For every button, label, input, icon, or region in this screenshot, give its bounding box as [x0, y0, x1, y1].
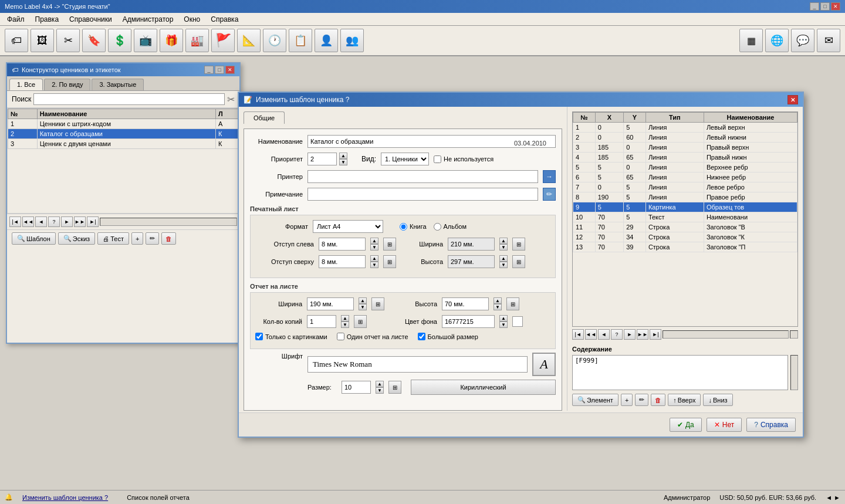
height-down[interactable]: ▼	[499, 262, 508, 268]
table-row[interactable]: 2 0 60 Линия Левый нижни	[573, 133, 797, 143]
width-input[interactable]	[448, 238, 495, 251]
left-margin-grid[interactable]: ⊞	[383, 238, 396, 251]
cyrillic-button[interactable]: Кириллический	[411, 380, 556, 395]
menu-window[interactable]: Окно	[179, 14, 205, 25]
add-button[interactable]: +	[131, 232, 143, 245]
status-left-link[interactable]: Изменить шаблон ценника ?	[22, 494, 108, 501]
rw-up[interactable]: ▲	[359, 297, 367, 304]
table-button[interactable]: 📋	[289, 29, 312, 52]
format-select[interactable]: Лист А4	[313, 220, 383, 233]
width-grid[interactable]: ⊞	[512, 238, 525, 251]
height-grid[interactable]: ⊞	[512, 255, 525, 268]
scissors-icon[interactable]: ✂	[227, 94, 235, 105]
tv-button[interactable]: 📺	[134, 29, 157, 52]
edit-button2[interactable]: ✏	[146, 232, 159, 245]
test-button[interactable]: 🖨 Тест	[97, 232, 129, 245]
list-item[interactable]: 3 Ценник с двумя ценами К	[8, 139, 239, 149]
tab-by-type[interactable]: 2. По виду	[44, 79, 90, 90]
printer-input[interactable]	[307, 170, 538, 183]
rnav-next[interactable]: ►	[624, 329, 636, 340]
table-row[interactable]: 4 185 65 Линия Правый нижн	[573, 153, 797, 163]
arrows-icon[interactable]: ◄ ►	[826, 494, 840, 501]
right-scrollbar-v[interactable]	[790, 330, 798, 339]
font-selector-button[interactable]: A	[532, 353, 556, 376]
nav-last[interactable]: ►|	[87, 217, 99, 227]
nav-next-page[interactable]: ►►	[74, 217, 86, 227]
one-report-checkbox[interactable]	[337, 333, 344, 340]
table-row[interactable]: 10 70 5 Текст Наименовани	[573, 212, 797, 222]
book-radio[interactable]	[400, 223, 407, 231]
edit-button[interactable]: ✂	[56, 29, 80, 52]
clock-button[interactable]: 🕐	[263, 29, 286, 52]
close-button[interactable]: ✕	[831, 2, 840, 11]
view-select[interactable]: 1. Ценники	[381, 153, 429, 165]
ruler-button[interactable]: 📐	[237, 29, 261, 52]
rnav-next-page[interactable]: ►►	[637, 329, 648, 340]
gift-button[interactable]: 🎁	[160, 29, 183, 52]
nav-prev[interactable]: ◄	[35, 217, 47, 227]
left-panel-close[interactable]: ✕	[225, 66, 235, 74]
help-button[interactable]: ? Справка	[746, 418, 796, 432]
down-button[interactable]: ↓ Вниз	[703, 394, 732, 406]
person-button[interactable]: 👤	[315, 29, 338, 52]
table-row[interactable]: 13 70 39 Строка Заголовок "П	[573, 242, 797, 252]
top-margin-up[interactable]: ▲	[370, 255, 378, 262]
rnav-last[interactable]: ►|	[650, 329, 661, 340]
height-input[interactable]	[448, 255, 495, 268]
copies-grid[interactable]: ⊞	[354, 315, 367, 328]
color-picker-button[interactable]	[512, 316, 523, 327]
size-up[interactable]: ▲	[376, 381, 384, 387]
rw-grid[interactable]: ⊞	[371, 297, 384, 310]
table-row[interactable]: 6 5 65 Линия Нижнее ребр	[573, 172, 797, 182]
menu-help[interactable]: Справка	[206, 14, 243, 25]
list-item[interactable]: 2 Каталог с образцами К	[8, 129, 239, 139]
rh-grid[interactable]: ⊞	[506, 297, 519, 310]
nav-prev-page[interactable]: ◄◄	[22, 217, 34, 227]
rh-down[interactable]: ▼	[494, 304, 502, 310]
minimize-button[interactable]: _	[810, 2, 819, 11]
left-margin-up[interactable]: ▲	[370, 238, 378, 244]
scrollbar-horizontal[interactable]	[100, 218, 237, 226]
template-button[interactable]: 🔍 Шаблон	[12, 232, 56, 245]
width-down[interactable]: ▼	[499, 244, 508, 251]
grid-button[interactable]: ▦	[739, 29, 763, 52]
rw-down[interactable]: ▼	[359, 304, 367, 310]
dollar-button[interactable]: 💲	[108, 29, 131, 52]
height-up[interactable]: ▲	[499, 255, 508, 262]
rnav-first[interactable]: |◄	[572, 329, 584, 340]
printer-arrow-button[interactable]: →	[543, 170, 556, 183]
element-button[interactable]: 🔍 Элемент	[572, 394, 618, 406]
report-width-input[interactable]	[307, 297, 354, 310]
list-item[interactable]: 1 Ценники с штрих-кодом А	[8, 119, 239, 129]
copies-input[interactable]	[307, 315, 336, 328]
table-row[interactable]: 12 70 34 Строка Заголовок "К	[573, 232, 797, 242]
globe-button[interactable]: 🌐	[765, 29, 789, 52]
table-row[interactable]: 8 190 5 Линия Правое ребр	[573, 192, 797, 202]
top-margin-down[interactable]: ▼	[370, 262, 378, 268]
report-height-input[interactable]	[442, 297, 489, 310]
table-row[interactable]: 7 0 5 Линия Левое ребро	[573, 182, 797, 192]
menu-references[interactable]: Справочники	[65, 14, 117, 25]
left-panel-maximize[interactable]: □	[215, 66, 224, 74]
note-input[interactable]	[307, 188, 538, 201]
content-scrollbar[interactable]	[790, 355, 798, 390]
yes-button[interactable]: ✔ Да	[670, 418, 702, 432]
delete-button[interactable]: 🗑	[161, 232, 176, 245]
size-input[interactable]	[342, 381, 371, 394]
left-margin-down[interactable]: ▼	[370, 244, 378, 251]
tags-button[interactable]: 🔖	[82, 29, 106, 52]
only-images-checkbox[interactable]	[255, 333, 263, 340]
menu-edit[interactable]: Правка	[31, 14, 64, 25]
copies-up[interactable]: ▲	[341, 315, 349, 322]
catalog-button[interactable]: 🖼	[31, 29, 54, 52]
price-tags-button[interactable]: 🏷	[5, 29, 28, 52]
chat-button[interactable]: 💬	[791, 29, 814, 52]
nav-question[interactable]: ?	[48, 217, 60, 227]
top-margin-input[interactable]	[319, 255, 366, 268]
copies-down[interactable]: ▼	[341, 322, 349, 328]
table-row[interactable]: 1 0 5 Линия Левый верхн	[573, 123, 797, 133]
person2-button[interactable]: 👥	[340, 29, 364, 52]
flag-button[interactable]: 🚩	[211, 29, 235, 52]
left-panel-minimize[interactable]: _	[204, 66, 214, 74]
width-up[interactable]: ▲	[499, 238, 508, 244]
